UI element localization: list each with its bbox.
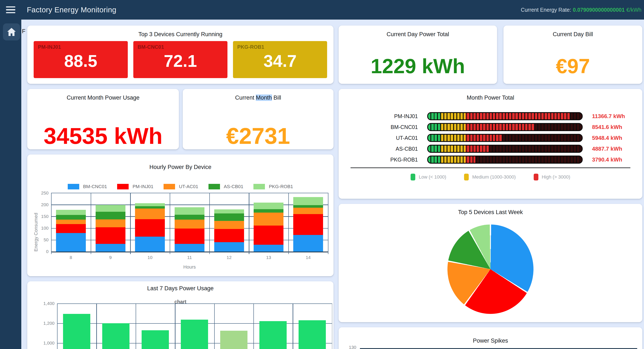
hourly-legend-label: BM-CNC01 [83, 184, 107, 189]
month-row: AS-CB014887.7 kWh [347, 145, 639, 153]
last7-bar [63, 314, 90, 349]
hamburger-menu-icon[interactable] [6, 6, 15, 13]
sidebar [0, 19, 21, 349]
month-row-bar [427, 123, 583, 131]
spikes-axis-line [360, 348, 637, 349]
hourly-y-tick-label: 250 [31, 190, 48, 196]
month-summary-row: Current Month Power Usage 34535 kWh Curr… [27, 89, 334, 149]
hourly-bar-segment [254, 203, 284, 209]
last7-y-tick-label: 1,200 [35, 321, 54, 326]
day-bill-value: €97 [504, 56, 642, 76]
month-legend: Low (< 1000)Medium (1000-3000)High (> 30… [338, 174, 642, 180]
hourly-x-tick-label: 13 [249, 255, 288, 260]
current-month-bill-card: Current Month Bill €2731 [183, 89, 334, 149]
device-tile: PKG-ROB134.7 [233, 41, 327, 78]
hourly-y-tick-label: 100 [31, 226, 48, 231]
hourly-stacked-bar [96, 205, 126, 252]
device-tile-value: 34.7 [237, 52, 323, 70]
hourly-bar-segment [96, 212, 126, 219]
hourly-bar-segment [56, 220, 86, 224]
hourly-bar-segment [254, 213, 284, 226]
hourly-x-tick-label: 11 [170, 255, 209, 260]
hourly-bar-segment [293, 235, 323, 252]
month-legend-item: Low (< 1000) [410, 174, 446, 180]
legend-swatch-icon [68, 184, 79, 189]
hourly-y-tick-label: 200 [31, 202, 48, 207]
hourly-bar-segment [56, 215, 86, 220]
month-bill-title-post: Bill [272, 94, 281, 101]
last7-y-tick-label: 1,400 [35, 301, 54, 306]
month-row-bar-segments [428, 135, 582, 141]
day-bill-title: Current Day Bill [504, 25, 642, 38]
legend-swatch-icon [117, 184, 129, 189]
hourly-bar-segment [254, 226, 284, 245]
month-legend-item: High (> 3000) [534, 174, 570, 180]
month-legend-label: High (> 3000) [542, 174, 570, 180]
month-row-device-label: AS-CB01 [347, 146, 418, 152]
hourly-legend-item: UT-AC01 [164, 184, 198, 189]
hourly-stacked-bar [175, 207, 204, 252]
hourly-legend-label: UT-AC01 [179, 184, 198, 189]
hourly-plot-area [51, 193, 328, 252]
rate-unit: €/kWh [626, 7, 642, 13]
spikes-chart-title: Power Spikes [338, 327, 642, 344]
hourly-bar-segment [56, 233, 86, 252]
month-row-value: 5948.4 kWh [592, 135, 639, 141]
clipped-sidebar-label: F [22, 28, 26, 35]
hourly-legend-item: AS-CB01 [208, 184, 244, 189]
month-legend-divider [350, 167, 630, 168]
hourly-bar-segment [175, 220, 204, 229]
current-month-power-usage-card: Current Month Power Usage 34535 kWh [27, 89, 179, 149]
hourly-x-ticks [51, 252, 328, 254]
hourly-bar-segment [254, 245, 284, 252]
last7-bar [102, 323, 130, 349]
hourly-bar-segment [96, 205, 126, 212]
hourly-bar-column [170, 193, 209, 252]
hourly-bar-segment [175, 207, 204, 215]
pie-chart-title: Top 5 Devices Last Week [338, 204, 642, 216]
device-tile: BM-CNC0172.1 [133, 41, 228, 78]
day-total-value: 1229 kWh [338, 56, 497, 76]
legend-swatch-icon [410, 174, 415, 180]
hourly-bar-segment [214, 213, 244, 221]
hourly-legend-label: AS-CB01 [224, 184, 244, 189]
month-row: UT-AC015948.4 kWh [347, 134, 639, 142]
hourly-chart-title: Hourly Power By Device [27, 154, 334, 170]
hourly-y-tick-label: 0 [31, 249, 48, 254]
last7-bar-column [57, 304, 96, 349]
month-row-bar [427, 134, 583, 142]
main-content: Top 3 Devices Currently Running PM-INJ01… [21, 19, 644, 349]
month-row-value: 4887.7 kWh [592, 146, 639, 152]
hourly-x-tick-label: 12 [209, 255, 249, 260]
month-bill-title: Current Month Bill [183, 89, 334, 101]
hourly-bar-segment [293, 205, 323, 208]
hourly-bar-segment [293, 197, 323, 205]
legend-swatch-icon [534, 174, 538, 180]
home-icon [7, 28, 16, 36]
hourly-bar-segment [135, 237, 165, 252]
pie-chart [448, 225, 534, 314]
device-tile-value: 88.5 [38, 52, 124, 70]
hourly-bar-segment [214, 209, 244, 213]
hourly-legend-label: PM-INJ01 [132, 184, 153, 189]
hourly-bar-column [209, 193, 249, 252]
home-button[interactable] [3, 23, 20, 40]
last7-bar-column [175, 304, 214, 349]
device-tile: PM-INJ0188.5 [34, 41, 128, 78]
hourly-bar-segment [135, 203, 165, 206]
current-day-bill-card: Current Day Bill €97 [504, 25, 642, 84]
power-spikes-card: Power Spikes 130 [338, 327, 642, 349]
top5-pie-card: Top 5 Devices Last Week [338, 204, 642, 322]
last7-bars [57, 304, 332, 349]
month-row-value: 11366.7 kWh [592, 113, 639, 120]
hourly-x-axis-title: Hours [51, 264, 328, 270]
top-navbar: Factory Energy Monitoring Current Energy… [0, 0, 644, 19]
legend-swatch-icon [164, 184, 175, 189]
hourly-bar-segment [175, 215, 204, 220]
last7-bar-column [214, 304, 254, 349]
month-legend-label: Low (< 1000) [419, 174, 446, 180]
hourly-bar-column [288, 193, 328, 252]
last7-bar [220, 331, 248, 349]
right-column: Current Day Power Total 1229 kWh Current… [338, 25, 642, 349]
month-row-bar-segments [428, 113, 582, 119]
